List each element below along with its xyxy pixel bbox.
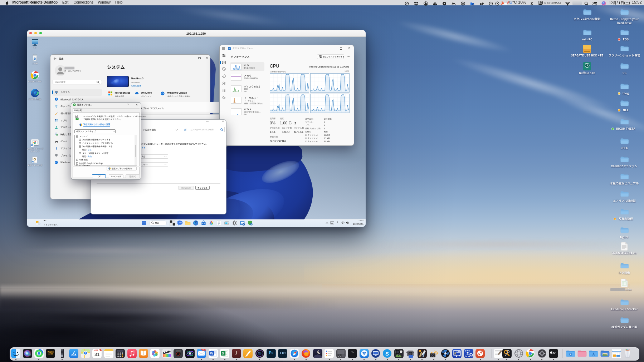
svg-text:S: S <box>385 350 389 356</box>
svg-text:X: X <box>222 352 224 355</box>
svg-text:tv: tv <box>553 351 556 354</box>
svg-text:ABC: ABC <box>457 351 460 353</box>
svg-text:W: W <box>210 352 213 355</box>
